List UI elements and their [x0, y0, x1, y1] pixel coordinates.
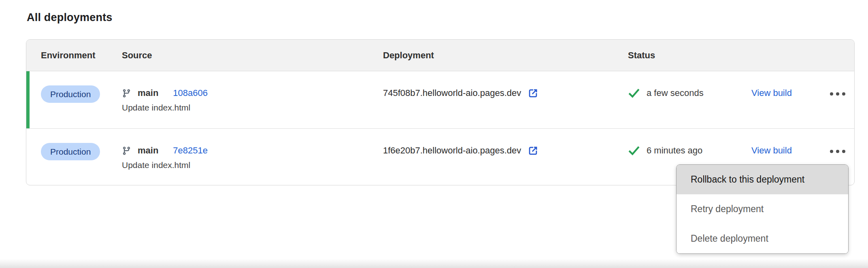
view-build-link[interactable]: View build: [751, 145, 792, 155]
row-actions-cell: [828, 129, 847, 155]
deployment-url: 1f6e20b7.helloworld-aio.pages.dev: [383, 145, 521, 156]
external-link-icon: [528, 145, 538, 156]
status-cell: a few seconds: [628, 71, 751, 99]
check-icon: [628, 145, 640, 156]
external-link-icon: [528, 88, 538, 99]
view-build-cell: View build: [751, 129, 828, 156]
table-row: Production main 108a606 Update index.htm…: [26, 71, 854, 129]
menu-item-rollback[interactable]: Rollback to this deployment: [677, 165, 848, 194]
section-divider: [0, 259, 868, 268]
ellipsis-icon[interactable]: [828, 148, 847, 155]
deployments-table: Environment Source Deployment Status Pro…: [26, 39, 855, 185]
column-header-deployment: Deployment: [383, 50, 628, 61]
column-header-environment: Environment: [41, 50, 122, 61]
ellipsis-icon[interactable]: [828, 91, 847, 97]
environment-cell: Production: [41, 71, 122, 103]
menu-item-retry[interactable]: Retry deployment: [677, 194, 848, 224]
column-header-status: Status: [628, 50, 845, 61]
environment-badge: Production: [41, 143, 100, 160]
source-cell: main 108a606 Update index.html: [122, 71, 383, 113]
row-actions-menu: Rollback to this deployment Retry deploy…: [676, 164, 849, 254]
deployment-cell: 745f08b7.helloworld-aio.pages.dev: [383, 71, 628, 99]
environment-cell: Production: [41, 129, 122, 160]
commit-message: Update index.html: [122, 160, 383, 171]
page-title: All deployments: [27, 11, 113, 24]
table-header-row: Environment Source Deployment Status: [26, 40, 854, 71]
branch-name: main: [138, 87, 158, 99]
commit-message: Update index.html: [122, 102, 383, 113]
view-build-cell: View build: [751, 71, 828, 99]
view-build-link[interactable]: View build: [751, 88, 792, 98]
commit-link[interactable]: 108a606: [173, 87, 208, 99]
status-time: 6 minutes ago: [647, 145, 702, 156]
deployment-url-link[interactable]: 1f6e20b7.helloworld-aio.pages.dev: [383, 145, 628, 156]
git-branch-icon: [122, 146, 131, 155]
source-cell: main 7e8251e Update index.html: [122, 129, 383, 171]
row-actions-cell: [828, 71, 847, 97]
check-icon: [628, 88, 640, 98]
status-time: a few seconds: [647, 87, 704, 99]
deployment-url: 745f08b7.helloworld-aio.pages.dev: [383, 87, 521, 99]
environment-badge: Production: [41, 85, 100, 103]
commit-link[interactable]: 7e8251e: [173, 145, 208, 156]
branch-name: main: [138, 145, 158, 156]
deployment-url-link[interactable]: 745f08b7.helloworld-aio.pages.dev: [383, 87, 628, 99]
current-deployment-indicator: [26, 71, 30, 128]
menu-item-delete[interactable]: Delete deployment: [677, 224, 848, 253]
status-cell: 6 minutes ago: [628, 129, 751, 156]
column-header-source: Source: [122, 50, 383, 61]
deployment-cell: 1f6e20b7.helloworld-aio.pages.dev: [383, 129, 628, 156]
git-branch-icon: [122, 89, 131, 98]
